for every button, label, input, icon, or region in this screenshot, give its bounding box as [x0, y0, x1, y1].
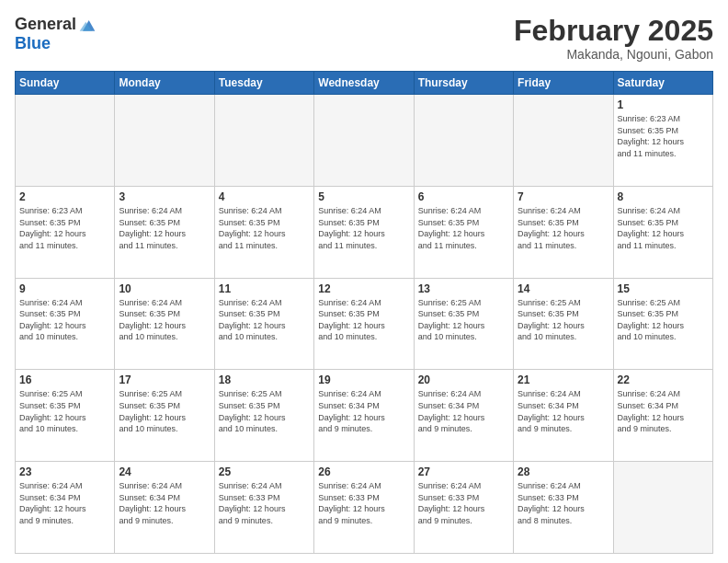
logo-blue-text: Blue [15, 34, 51, 53]
calendar-cell: 5Sunrise: 6:24 AM Sunset: 6:35 PM Daylig… [314, 186, 414, 278]
calendar-cell [16, 95, 115, 187]
calendar-cell: 26Sunrise: 6:24 AM Sunset: 6:33 PM Dayli… [314, 462, 414, 554]
day-number: 15 [618, 282, 709, 295]
day-number: 4 [219, 190, 310, 203]
logo: General Blue [15, 15, 97, 53]
day-info: Sunrise: 6:24 AM Sunset: 6:35 PM Dayligh… [119, 297, 210, 343]
day-info: Sunrise: 6:25 AM Sunset: 6:35 PM Dayligh… [19, 388, 110, 434]
day-info: Sunrise: 6:24 AM Sunset: 6:35 PM Dayligh… [618, 205, 709, 251]
day-info: Sunrise: 6:24 AM Sunset: 6:34 PM Dayligh… [318, 388, 409, 434]
day-number: 3 [119, 190, 210, 203]
day-info: Sunrise: 6:24 AM Sunset: 6:35 PM Dayligh… [318, 297, 409, 343]
day-number: 26 [318, 465, 409, 478]
day-info: Sunrise: 6:24 AM Sunset: 6:34 PM Dayligh… [518, 388, 609, 434]
day-number: 10 [119, 282, 210, 295]
calendar-cell: 27Sunrise: 6:24 AM Sunset: 6:33 PM Dayli… [414, 462, 513, 554]
calendar-cell: 11Sunrise: 6:24 AM Sunset: 6:35 PM Dayli… [214, 278, 313, 370]
calendar-cell [414, 95, 513, 187]
day-info: Sunrise: 6:24 AM Sunset: 6:35 PM Dayligh… [518, 205, 609, 251]
day-number: 2 [19, 190, 110, 203]
day-number: 20 [418, 373, 509, 386]
day-number: 5 [318, 190, 409, 203]
day-number: 11 [219, 282, 310, 295]
day-number: 16 [19, 373, 110, 386]
day-info: Sunrise: 6:24 AM Sunset: 6:35 PM Dayligh… [418, 205, 509, 251]
calendar-cell: 15Sunrise: 6:25 AM Sunset: 6:35 PM Dayli… [613, 278, 712, 370]
calendar-row-0: 1Sunrise: 6:23 AM Sunset: 6:35 PM Daylig… [16, 95, 713, 187]
day-info: Sunrise: 6:24 AM Sunset: 6:34 PM Dayligh… [119, 480, 210, 526]
header: General Blue February 2025 Makanda, Ngou… [15, 15, 713, 62]
logo-general-text: General [15, 15, 76, 34]
day-info: Sunrise: 6:24 AM Sunset: 6:35 PM Dayligh… [318, 205, 409, 251]
calendar-row-3: 16Sunrise: 6:25 AM Sunset: 6:35 PM Dayli… [16, 370, 713, 462]
location: Makanda, Ngouni, Gabon [514, 47, 713, 62]
day-number: 13 [418, 282, 509, 295]
day-info: Sunrise: 6:24 AM Sunset: 6:35 PM Dayligh… [19, 297, 110, 343]
calendar-cell: 21Sunrise: 6:24 AM Sunset: 6:34 PM Dayli… [514, 370, 613, 462]
calendar-cell: 12Sunrise: 6:24 AM Sunset: 6:35 PM Dayli… [314, 278, 414, 370]
day-number: 27 [418, 465, 509, 478]
day-number: 19 [318, 373, 409, 386]
calendar-cell: 23Sunrise: 6:24 AM Sunset: 6:34 PM Dayli… [16, 462, 115, 554]
calendar-cell [115, 95, 214, 187]
day-info: Sunrise: 6:24 AM Sunset: 6:34 PM Dayligh… [618, 388, 709, 434]
weekday-header-wednesday: Wednesday [314, 72, 414, 95]
calendar-cell: 16Sunrise: 6:25 AM Sunset: 6:35 PM Dayli… [16, 370, 115, 462]
day-number: 24 [119, 465, 210, 478]
calendar-row-2: 9Sunrise: 6:24 AM Sunset: 6:35 PM Daylig… [16, 278, 713, 370]
day-info: Sunrise: 6:24 AM Sunset: 6:34 PM Dayligh… [418, 388, 509, 434]
weekday-header-monday: Monday [115, 72, 214, 95]
calendar-cell: 9Sunrise: 6:24 AM Sunset: 6:35 PM Daylig… [16, 278, 115, 370]
calendar-cell: 2Sunrise: 6:23 AM Sunset: 6:35 PM Daylig… [16, 186, 115, 278]
day-info: Sunrise: 6:23 AM Sunset: 6:35 PM Dayligh… [618, 113, 709, 159]
weekday-header-tuesday: Tuesday [214, 72, 313, 95]
calendar-cell: 1Sunrise: 6:23 AM Sunset: 6:35 PM Daylig… [613, 95, 712, 187]
day-number: 8 [618, 190, 709, 203]
calendar-cell: 4Sunrise: 6:24 AM Sunset: 6:35 PM Daylig… [214, 186, 313, 278]
logo-icon [78, 16, 97, 34]
day-info: Sunrise: 6:24 AM Sunset: 6:35 PM Dayligh… [219, 205, 310, 251]
day-info: Sunrise: 6:24 AM Sunset: 6:33 PM Dayligh… [219, 480, 310, 526]
calendar-cell [214, 95, 313, 187]
day-info: Sunrise: 6:25 AM Sunset: 6:35 PM Dayligh… [418, 297, 509, 343]
day-info: Sunrise: 6:23 AM Sunset: 6:35 PM Dayligh… [19, 205, 110, 251]
weekday-header-thursday: Thursday [414, 72, 513, 95]
calendar-cell: 20Sunrise: 6:24 AM Sunset: 6:34 PM Dayli… [414, 370, 513, 462]
calendar-row-4: 23Sunrise: 6:24 AM Sunset: 6:34 PM Dayli… [16, 462, 713, 554]
calendar-row-1: 2Sunrise: 6:23 AM Sunset: 6:35 PM Daylig… [16, 186, 713, 278]
day-info: Sunrise: 6:25 AM Sunset: 6:35 PM Dayligh… [518, 297, 609, 343]
day-number: 7 [518, 190, 609, 203]
day-number: 12 [318, 282, 409, 295]
day-number: 14 [518, 282, 609, 295]
calendar-cell: 24Sunrise: 6:24 AM Sunset: 6:34 PM Dayli… [115, 462, 214, 554]
weekday-header-row: SundayMondayTuesdayWednesdayThursdayFrid… [16, 72, 713, 95]
day-number: 23 [19, 465, 110, 478]
day-info: Sunrise: 6:24 AM Sunset: 6:35 PM Dayligh… [119, 205, 210, 251]
calendar-cell: 6Sunrise: 6:24 AM Sunset: 6:35 PM Daylig… [414, 186, 513, 278]
calendar-cell: 13Sunrise: 6:25 AM Sunset: 6:35 PM Dayli… [414, 278, 513, 370]
day-number: 9 [19, 282, 110, 295]
calendar-cell: 7Sunrise: 6:24 AM Sunset: 6:35 PM Daylig… [514, 186, 613, 278]
day-info: Sunrise: 6:24 AM Sunset: 6:33 PM Dayligh… [418, 480, 509, 526]
month-title: February 2025 [514, 15, 713, 47]
calendar-cell: 17Sunrise: 6:25 AM Sunset: 6:35 PM Dayli… [115, 370, 214, 462]
weekday-header-sunday: Sunday [16, 72, 115, 95]
weekday-header-saturday: Saturday [613, 72, 712, 95]
day-info: Sunrise: 6:24 AM Sunset: 6:33 PM Dayligh… [518, 480, 609, 526]
day-info: Sunrise: 6:24 AM Sunset: 6:33 PM Dayligh… [318, 480, 409, 526]
calendar-cell: 10Sunrise: 6:24 AM Sunset: 6:35 PM Dayli… [115, 278, 214, 370]
calendar-cell: 25Sunrise: 6:24 AM Sunset: 6:33 PM Dayli… [214, 462, 313, 554]
calendar-cell [514, 95, 613, 187]
calendar-cell: 19Sunrise: 6:24 AM Sunset: 6:34 PM Dayli… [314, 370, 414, 462]
day-number: 17 [119, 373, 210, 386]
day-number: 21 [518, 373, 609, 386]
calendar-table: SundayMondayTuesdayWednesdayThursdayFrid… [15, 71, 713, 554]
day-info: Sunrise: 6:25 AM Sunset: 6:35 PM Dayligh… [219, 388, 310, 434]
day-number: 25 [219, 465, 310, 478]
calendar-cell: 3Sunrise: 6:24 AM Sunset: 6:35 PM Daylig… [115, 186, 214, 278]
calendar-cell: 18Sunrise: 6:25 AM Sunset: 6:35 PM Dayli… [214, 370, 313, 462]
day-number: 18 [219, 373, 310, 386]
calendar-cell [314, 95, 414, 187]
day-number: 1 [618, 98, 709, 111]
calendar-cell: 28Sunrise: 6:24 AM Sunset: 6:33 PM Dayli… [514, 462, 613, 554]
